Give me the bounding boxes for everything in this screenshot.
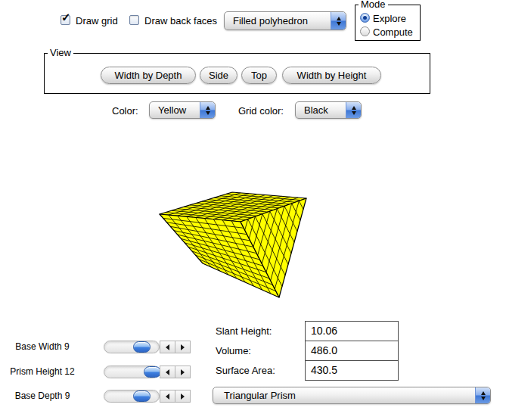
prism-height-label: Prism Height 12 (0, 366, 85, 377)
draw-back-faces-checkbox[interactable]: ✓ (129, 15, 139, 25)
base-depth-slider[interactable] (104, 390, 191, 403)
mode-radio-explore-label: Explore (373, 14, 406, 23)
popup-arrows-icon (331, 12, 346, 30)
view-group: View Width by Depth Side Top Width by He… (44, 53, 430, 94)
slider-left-arrow-icon (166, 344, 169, 350)
slider-left-arrow-icon (166, 394, 169, 400)
color-value: Yellow (150, 104, 200, 116)
volume-field[interactable]: 486.0 (305, 341, 399, 361)
volume-value: 486.0 (311, 344, 337, 356)
base-depth-label: Base Depth 9 (0, 390, 85, 401)
slider-right-arrow-icon (181, 394, 185, 400)
slider-decrement-button[interactable] (160, 390, 175, 403)
shape-select-value: Triangular Prism (213, 390, 475, 401)
slider-increment-button[interactable] (175, 366, 191, 378)
mode-radio-compute[interactable] (360, 26, 370, 36)
slider-thumb[interactable] (133, 341, 151, 353)
surface-area-label: Surface Area: (216, 365, 275, 376)
draw-grid-checkbox[interactable]: ✓ (61, 15, 70, 25)
slider-decrement-button[interactable] (160, 366, 175, 378)
popup-arrows-icon (475, 387, 490, 403)
fill-mode-value: Filled polyhedron (225, 15, 331, 26)
mode-group: Mode Explore Compute (355, 5, 421, 41)
slider-decrement-button[interactable] (160, 341, 175, 353)
mode-radio-explore[interactable] (360, 13, 370, 23)
view-width-by-height-button[interactable]: Width by Height (282, 67, 381, 84)
surface-area-value: 430.5 (311, 364, 337, 376)
surface-area-field[interactable]: 430.5 (305, 360, 399, 381)
grid-color-value: Black (296, 104, 346, 116)
mode-radio-compute-label: Compute (373, 27, 413, 37)
slider-thumb[interactable] (133, 390, 151, 402)
slider-increment-button[interactable] (175, 390, 191, 403)
shape-select[interactable]: Triangular Prism (213, 387, 491, 404)
slider-right-arrow-icon (181, 369, 185, 375)
draw-grid-label: Draw grid (76, 16, 118, 26)
slider-track[interactable] (104, 341, 160, 353)
volume-label: Volume: (216, 345, 251, 356)
fill-mode-select[interactable]: Filled polyhedron (224, 11, 346, 30)
view-side-button[interactable]: Side (200, 67, 237, 84)
slider-left-arrow-icon (166, 369, 169, 375)
view-width-by-depth-button[interactable]: Width by Depth (101, 67, 196, 84)
draw-back-faces-label: Draw back faces (144, 16, 217, 26)
slider-track[interactable] (104, 390, 160, 403)
color-label: Color: (112, 106, 138, 117)
popup-arrows-icon (200, 102, 215, 118)
slider-thumb[interactable] (144, 366, 161, 378)
popup-arrows-icon (346, 102, 361, 118)
color-select[interactable]: Yellow (149, 101, 216, 119)
grid-color-label: Grid color: (238, 106, 284, 117)
slider-increment-button[interactable] (175, 341, 191, 353)
base-width-label: Base Width 9 (0, 341, 85, 352)
slant-height-field[interactable]: 10.06 (305, 321, 399, 341)
slant-height-label: Slant Height: (216, 325, 272, 337)
slider-right-arrow-icon (181, 344, 185, 350)
mode-group-title: Mode (359, 0, 388, 10)
slant-height-value: 10.06 (311, 325, 337, 337)
base-width-slider[interactable] (104, 341, 191, 353)
view-top-button[interactable]: Top (241, 67, 277, 84)
prism-height-slider[interactable] (104, 366, 191, 378)
grid-color-select[interactable]: Black (295, 101, 362, 119)
view-group-title: View (48, 48, 73, 58)
checkmark-icon: ✓ (61, 11, 71, 24)
